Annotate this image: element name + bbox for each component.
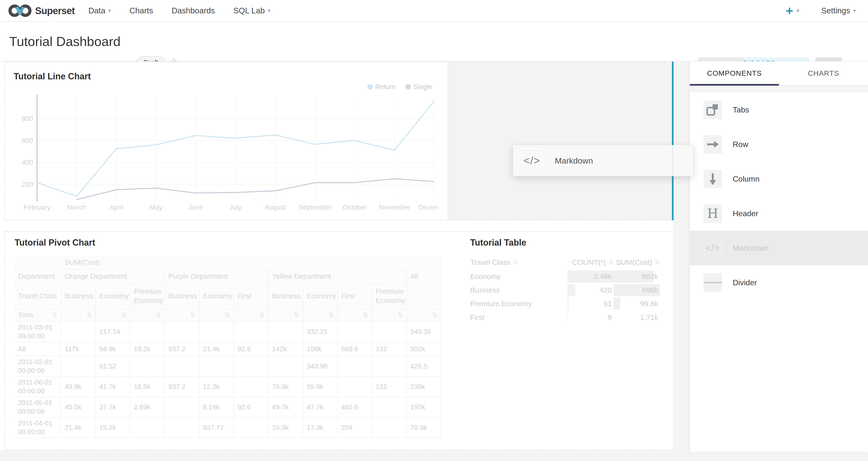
pivot-sort-header[interactable]: ⇅ [338, 309, 372, 322]
sidebar-item-divider[interactable]: Divider [690, 265, 868, 300]
pivot-sort-header[interactable]: ⇅ [199, 309, 234, 322]
pivot-value-cell: 15.9k [269, 418, 303, 438]
table-chart-card: Tutorial Table Travel Class⇅COUNT(*)⇅SUM… [459, 232, 671, 450]
sidebar-divider-band [690, 86, 868, 92]
nav-item-label: SQL Lab [234, 6, 265, 16]
sidebar-item-header[interactable]: HHeader [690, 196, 868, 231]
pivot-sort-header[interactable]: ⇅ [130, 309, 165, 322]
sort-icon[interactable]: ⇅ [328, 311, 334, 319]
pivot-value-cell [165, 418, 199, 438]
sidebar-item-row[interactable]: Row [690, 127, 868, 162]
pivot-value-cell: 45.5k [61, 397, 96, 418]
pivot-value-cell: 81.52 [96, 356, 130, 377]
chevron-down-icon: ▾ [108, 7, 111, 14]
table-cell-label: Premium Economy [470, 297, 567, 311]
code-icon: </> [706, 243, 720, 253]
pivot-col-header: Premium Economy [372, 284, 407, 309]
pivot-row-label: 2011-04-01 00:00:00 [14, 418, 61, 438]
dashboard-row-2[interactable]: Tutorial Pivot Chart SUM(Cost)Department… [4, 231, 671, 450]
pivot-value-cell: 465.6 [338, 397, 372, 418]
empty-drop-zone[interactable] [447, 62, 673, 220]
sort-icon[interactable]: ⇅ [259, 311, 265, 319]
superset-app: Superset Data▾ChartsDashboardsSQL Lab▾ +… [0, 0, 868, 461]
chart-title: Tutorial Line Chart [13, 71, 91, 82]
pivot-sort-header[interactable]: ⇅ [234, 309, 269, 322]
pivot-value-cell: 343.98 [303, 356, 338, 377]
brand-name: Superset [35, 5, 75, 16]
table-cell-value: 420 [567, 283, 614, 297]
pivot-table: SUM(Cost)DepartmentOrange DepartmentPurp… [14, 256, 441, 438]
tab-charts[interactable]: CHARTS [779, 61, 868, 85]
tab-components[interactable]: COMPONENTS [690, 61, 779, 85]
sidebar-item-markdown[interactable]: </>Markdown [690, 231, 868, 265]
chart-title: Tutorial Table [470, 238, 526, 248]
sort-icon[interactable]: ⇅ [225, 311, 230, 319]
sidebar-item-label: Row [733, 140, 748, 149]
component-icon-tile [704, 273, 722, 292]
sidebar-item-column[interactable]: Column [690, 162, 868, 196]
drop-indicator-line [672, 62, 674, 220]
sort-icon[interactable]: ⇅ [608, 258, 614, 266]
pivot-value-cell: 12.3k [199, 377, 234, 397]
top-navbar: Superset Data▾ChartsDashboardsSQL Lab▾ +… [0, 0, 868, 22]
sort-icon[interactable]: ⇅ [397, 311, 403, 319]
drag-ghost-markdown[interactable]: </> Markdown [513, 145, 693, 176]
sort-icon[interactable]: ⇅ [52, 311, 57, 319]
sort-icon[interactable]: ⇅ [654, 258, 660, 266]
sort-icon[interactable]: ⇅ [155, 311, 161, 319]
nav-item-sql-lab[interactable]: SQL Lab▾ [234, 6, 270, 16]
svg-text:May: May [150, 204, 162, 211]
settings-menu[interactable]: Settings ▾ [821, 6, 856, 16]
pivot-value-cell [372, 356, 407, 377]
sort-icon[interactable]: ⇅ [363, 311, 368, 319]
sidebar-item-label: Header [733, 209, 758, 218]
table-column-header[interactable]: SUM(Cost)⇅ [614, 255, 660, 270]
nav-item-charts[interactable]: Charts [129, 6, 153, 16]
nav-item-dashboards[interactable]: Dashboards [172, 6, 215, 16]
sort-icon[interactable]: ⇅ [190, 311, 196, 319]
pivot-value-cell: 2.69k [130, 397, 165, 418]
nav-item-label: Data [88, 6, 105, 16]
superset-logo[interactable]: Superset [8, 3, 75, 18]
table-column-header[interactable]: Travel Class⇅ [470, 255, 567, 270]
pivot-value-cell: 15.2k [96, 418, 130, 438]
svg-text:December: December [418, 204, 438, 211]
drag-ghost-label: Markdown [555, 156, 593, 165]
table-column-header[interactable]: COUNT(*)⇅ [567, 255, 614, 270]
pivot-value-cell [338, 377, 372, 397]
pivot-sort-header[interactable]: ⇅ [303, 309, 338, 322]
pivot-value-cell [269, 356, 303, 377]
table-cell-value: 61 [567, 297, 614, 311]
sidebar-item-tabs[interactable]: Tabs [690, 92, 868, 127]
pivot-value-cell: 41.7k [96, 377, 130, 397]
dashboard-row-1[interactable]: Tutorial Line Chart ReturnSingle 2004006… [4, 62, 673, 220]
sort-icon[interactable]: ⇅ [86, 311, 92, 319]
pivot-time-header[interactable]: Time⇅ [14, 309, 61, 322]
nav-item-label: Dashboards [172, 6, 215, 16]
header-icon: H [707, 206, 718, 221]
pivot-sort-header[interactable]: ⇅ [269, 309, 303, 322]
pivot-value-cell [61, 322, 96, 342]
sort-icon[interactable]: ⇅ [121, 311, 127, 319]
code-icon: </> [522, 148, 542, 173]
pivot-value-cell: 192k [407, 397, 441, 418]
pivot-sort-header[interactable]: ⇅ [165, 309, 199, 322]
pivot-value-cell [165, 356, 199, 377]
svg-text:400: 400 [22, 159, 33, 166]
table-cell-value: 2.46k [567, 270, 614, 283]
pivot-group-header: Orange Department [61, 270, 165, 284]
pivot-sort-header[interactable]: ⇅ [372, 309, 407, 322]
nav-item-data[interactable]: Data▾ [88, 6, 111, 16]
pivot-sort-header[interactable]: ⇅ [407, 309, 441, 322]
sort-icon[interactable]: ⇅ [294, 311, 299, 319]
add-new-button[interactable]: + ▾ [786, 4, 799, 17]
sort-icon[interactable]: ⇅ [513, 258, 519, 266]
pivot-value-cell [234, 322, 269, 342]
pivot-sort-header[interactable]: ⇅ [96, 309, 130, 322]
line-chart: 200400600800FebruaryMarchAprilMayJuneJul… [5, 86, 438, 220]
pivot-value-cell: 16.5k [130, 377, 165, 397]
pivot-sort-header[interactable]: ⇅ [61, 309, 96, 322]
pivot-travel-header: Travel Class [14, 284, 61, 309]
sort-icon[interactable]: ⇅ [432, 311, 437, 319]
pivot-value-cell [199, 356, 234, 377]
